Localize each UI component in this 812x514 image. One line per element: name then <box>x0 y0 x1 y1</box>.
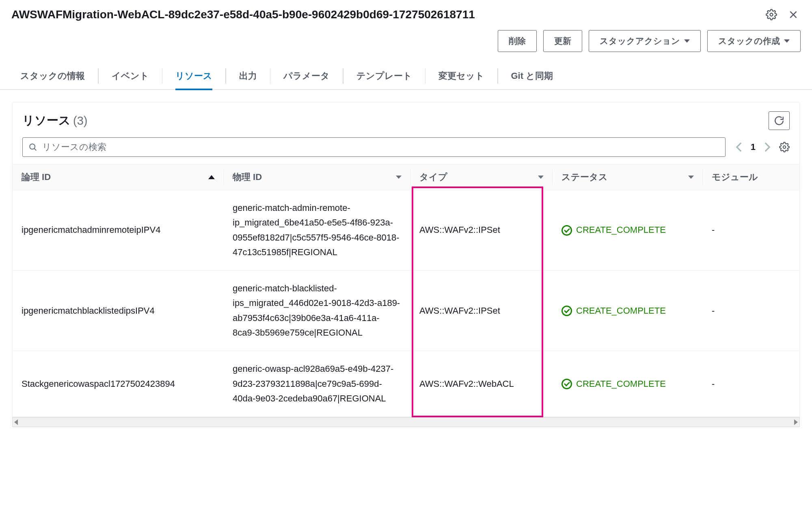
prev-page-button[interactable] <box>735 142 743 152</box>
panel-count: (3) <box>73 114 87 128</box>
cell-physical-id: generic-match-blacklisted-ips_migrated_4… <box>224 271 410 351</box>
search-input[interactable] <box>42 142 719 152</box>
table-row: Stackgenericowaspacl1727502423894generic… <box>13 351 799 417</box>
col-physical-id[interactable]: 物理 ID <box>224 165 410 190</box>
stack-actions-button[interactable]: スタックアクション <box>589 30 701 52</box>
svg-point-3 <box>30 144 35 149</box>
cell-type: AWS::WAFv2::IPSet <box>410 271 553 351</box>
svg-point-0 <box>770 13 773 16</box>
cell-status: CREATE_COMPLETE <box>553 351 703 416</box>
sort-asc-icon <box>208 175 215 179</box>
tabs: スタックの情報 イベント リソース 出力 パラメータ テンプレート 変更セット … <box>0 63 812 90</box>
caret-down-icon <box>784 39 790 43</box>
caret-down-icon <box>684 39 690 43</box>
search-box[interactable] <box>22 137 726 157</box>
table-settings-icon[interactable] <box>779 142 790 152</box>
search-icon <box>28 143 37 152</box>
delete-button[interactable]: 削除 <box>498 30 537 52</box>
col-type[interactable]: タイプ <box>410 165 553 190</box>
svg-point-5 <box>783 146 786 149</box>
cell-logical-id: ipgenericmatchblacklistedipsIPV4 <box>13 271 224 351</box>
sort-icon <box>688 176 694 179</box>
cell-module: - <box>703 271 799 351</box>
page-title: AWSWAFMigration-WebACL-89dc2e37-e58d-40a… <box>11 8 757 21</box>
create-stack-button[interactable]: スタックの作成 <box>707 30 801 52</box>
cell-module: - <box>703 351 799 416</box>
table-row: ipgenericmatchblacklistedipsIPV4generic-… <box>13 271 799 351</box>
cell-type: AWS::WAFv2::IPSet <box>410 190 553 270</box>
resources-panel: リソース (3) 1 <box>12 102 800 417</box>
tab-resources[interactable]: リソース <box>175 63 212 89</box>
tab-template[interactable]: テンプレート <box>356 63 412 89</box>
tab-stack-info[interactable]: スタックの情報 <box>20 63 85 89</box>
tab-events[interactable]: イベント <box>112 63 149 89</box>
update-button[interactable]: 更新 <box>543 30 582 52</box>
refresh-button[interactable] <box>769 111 790 130</box>
col-module[interactable]: モジュール <box>703 165 799 190</box>
tab-outputs[interactable]: 出力 <box>239 63 257 89</box>
table-row: ipgenericmatchadminremoteipIPV4generic-m… <box>13 190 799 271</box>
next-page-button[interactable] <box>764 142 771 152</box>
cell-status: CREATE_COMPLETE <box>553 271 703 351</box>
panel-title: リソース <box>22 113 71 129</box>
check-circle-icon <box>561 306 572 316</box>
cell-type: AWS::WAFv2::WebACL <box>410 351 553 416</box>
cell-module: - <box>703 190 799 270</box>
tab-gitsync[interactable]: Git と同期 <box>511 63 553 89</box>
page-number: 1 <box>751 142 756 152</box>
cell-status: CREATE_COMPLETE <box>553 190 703 270</box>
svg-line-4 <box>35 149 37 151</box>
col-status[interactable]: ステータス <box>553 165 703 190</box>
sort-icon <box>396 176 402 179</box>
tab-changesets[interactable]: 変更セット <box>438 63 484 89</box>
sort-icon <box>538 176 544 179</box>
check-circle-icon <box>561 379 572 389</box>
check-circle-icon <box>561 225 572 236</box>
horizontal-scrollbar[interactable] <box>12 417 800 427</box>
pager: 1 <box>735 142 790 152</box>
cell-logical-id: ipgenericmatchadminremoteipIPV4 <box>13 190 224 270</box>
settings-icon[interactable] <box>764 7 779 22</box>
resources-table: 論理 ID 物理 ID タイプ ステータス モジュール ipgenericmat… <box>13 164 799 417</box>
col-logical-id[interactable]: 論理 ID <box>13 165 224 190</box>
scroll-left-icon <box>14 419 18 425</box>
cell-physical-id: generic-owasp-acl928a69a5-e49b-4237-9d23… <box>224 351 410 416</box>
close-icon[interactable] <box>786 7 801 22</box>
cell-physical-id: generic-match-admin-remote-ip_migrated_6… <box>224 190 410 270</box>
cell-logical-id: Stackgenericowaspacl1727502423894 <box>13 351 224 416</box>
scroll-right-icon <box>794 419 798 425</box>
tab-parameters[interactable]: パラメータ <box>283 63 330 89</box>
